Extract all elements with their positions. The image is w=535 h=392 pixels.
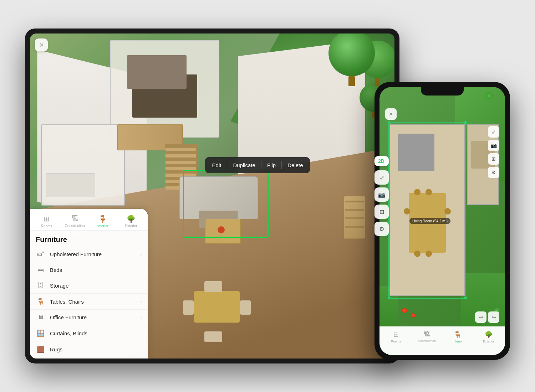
gear-icon: ⚙: [491, 170, 496, 175]
layers-icon: ⊞: [379, 208, 384, 215]
tab-construction[interactable]: 🏗 Construction: [61, 212, 88, 230]
phone-construction-icon: 🏗: [424, 331, 430, 338]
tree-1-trunk: [348, 76, 355, 86]
construction-icon: 🏗: [71, 215, 78, 223]
list-item-tables-chairs[interactable]: 🪑 Tables, Chairs ›: [30, 294, 148, 310]
phone-interior-icon: 🪑: [454, 331, 462, 339]
beds-icon: 🛏: [36, 266, 46, 274]
tablet-device: Edit Duplicate Flip Delete ✕ 2D ⤢ 📷: [25, 29, 399, 363]
tab-interior[interactable]: 🪑 Interior: [89, 212, 117, 230]
tab-rooms[interactable]: ⊞ Rooms: [33, 212, 60, 230]
tree-2-trunk: [375, 78, 380, 86]
phone-rooms-icon: ⊞: [393, 331, 399, 339]
furniture-section-title: Furniture: [30, 231, 148, 247]
tables-icon: 🪑: [36, 298, 46, 305]
tab-exterior[interactable]: 🌳 Exterior: [117, 212, 145, 230]
tablet-close-button[interactable]: ✕: [35, 38, 48, 51]
phone-tab-construction[interactable]: 🏗 Construction: [412, 329, 442, 354]
tree-1: [328, 33, 375, 86]
chevron-right-icon: ›: [140, 252, 142, 257]
redo-icon: ↪: [491, 314, 496, 321]
redo-button[interactable]: ↪: [488, 311, 499, 323]
fullscreen-icon: ⤢: [491, 129, 496, 135]
kitchen-room: [41, 124, 125, 206]
list-item-upholstered[interactable]: 🛋 Upholstered Furniture ›: [30, 247, 148, 262]
chevron-right-icon-3: ›: [140, 315, 142, 320]
layers-icon: ⊞: [491, 156, 496, 162]
app-scene: Edit Duplicate Flip Delete ✕ 2D ⤢ 📷: [18, 21, 517, 371]
list-item-office[interactable]: 🖥 Office Furniture ›: [30, 310, 148, 325]
chevron-right-icon-2: ›: [140, 299, 142, 304]
settings-button[interactable]: ⚙: [374, 222, 389, 236]
undo-button[interactable]: ↩: [475, 311, 486, 323]
camera-icon: 📷: [378, 191, 385, 198]
phone-tab-rooms[interactable]: ⊞ Rooms: [381, 329, 411, 354]
living-room-label: Living Room (54.2 m²): [409, 218, 450, 224]
rooms-icon: ⊞: [44, 215, 50, 223]
tablet-right-toolbar: 2D ⤢ 📷 ⊞ ⚙: [374, 156, 389, 236]
phone-rooms-label: Rooms: [391, 340, 401, 343]
office-icon: 🖥: [36, 314, 46, 321]
storage-icon: 🗄: [36, 282, 46, 289]
close-icon: ✕: [389, 111, 393, 117]
phone-tab-exterior[interactable]: 🌳 Exterior: [474, 329, 504, 354]
context-flip[interactable]: Flip: [261, 160, 281, 170]
gear-icon: ⚙: [379, 226, 384, 232]
tables-label: Tables, Chairs: [50, 299, 136, 305]
context-edit[interactable]: Edit: [207, 160, 227, 170]
bed: [127, 55, 186, 89]
sidebar-panel: ⊞ Rooms 🏗 Construction 🪑 Interior 🌳 Exte…: [30, 209, 148, 359]
dining-area: [183, 278, 254, 342]
upholstered-label: Upholstered Furniture: [50, 251, 136, 257]
selection-outline: [183, 170, 269, 238]
2d-toggle-button[interactable]: 2D: [374, 156, 389, 166]
phone-construction-label: Construction: [418, 339, 436, 343]
phone-close-button[interactable]: ✕: [385, 108, 397, 120]
phone-tab-bar: ⊞ Rooms 🏗 Construction 🪑 Interior 🌳 Exte…: [379, 326, 505, 355]
list-item-rugs[interactable]: 🟫 Rugs: [30, 341, 148, 357]
bush-3: [485, 92, 493, 99]
tree-1-top: [328, 33, 375, 76]
close-icon: ✕: [39, 42, 44, 48]
phone-tab-interior[interactable]: 🪑 Interior: [443, 329, 473, 354]
tab-rooms-label: Rooms: [41, 224, 52, 228]
rugs-label: Rugs: [50, 346, 142, 352]
phone-settings-button[interactable]: ⚙: [488, 167, 499, 178]
curtains-icon: 🪟: [36, 329, 46, 337]
list-item-curtains[interactable]: 🪟 Curtains, Blinds: [30, 325, 148, 341]
context-duplicate[interactable]: Duplicate: [227, 160, 261, 170]
phone-notch: [421, 87, 464, 96]
phone-layers-button[interactable]: ⊞: [488, 153, 499, 165]
undo-icon: ↩: [479, 314, 483, 321]
phone-screen: Living Room (54.2 m²) ✕ 3D ⤢ 📷: [379, 87, 505, 355]
tab-exterior-label: Exterior: [125, 224, 137, 228]
context-delete[interactable]: Delete: [282, 160, 309, 170]
beds-label: Beds: [50, 267, 142, 273]
list-item-beds[interactable]: 🛏 Beds: [30, 262, 148, 278]
list-item-storage[interactable]: 🗄 Storage: [30, 278, 148, 294]
upholstered-icon: 🛋: [36, 251, 46, 258]
furniture-list: 🛋 Upholstered Furniture › 🛏 Beds 🗄 Stora…: [30, 247, 148, 359]
phone-interior-label: Interior: [453, 340, 463, 343]
curtains-label: Curtains, Blinds: [50, 330, 142, 336]
context-menu: Edit Duplicate Flip Delete: [205, 157, 310, 173]
fullscreen-button[interactable]: ⤢: [374, 170, 389, 185]
phone-sofa: [398, 134, 435, 171]
phone-camera-button[interactable]: 📷: [488, 140, 499, 151]
camera-icon: 📷: [491, 143, 497, 148]
phone-main-room: [389, 124, 465, 296]
exterior-icon: 🌳: [127, 215, 136, 223]
office-label: Office Furniture: [50, 314, 136, 320]
tab-construction-label: Construction: [65, 224, 85, 228]
phone-device: Living Room (54.2 m²) ✕ 3D ⤢ 📷: [374, 82, 510, 360]
bookshelf: [344, 196, 365, 239]
flower-2: [411, 313, 415, 318]
fullscreen-icon: ⤢: [379, 174, 384, 181]
phone-exterior-icon: 🌳: [485, 331, 493, 339]
list-item-kitchen[interactable]: 🍳 Kitchen: [30, 357, 148, 359]
layers-button[interactable]: ⊞: [374, 205, 389, 219]
counter: [46, 173, 95, 197]
sidebar-tab-bar: ⊞ Rooms 🏗 Construction 🪑 Interior 🌳 Exte…: [30, 209, 148, 231]
camera-button[interactable]: 📷: [374, 187, 389, 202]
phone-fullscreen-button[interactable]: ⤢: [488, 126, 499, 138]
